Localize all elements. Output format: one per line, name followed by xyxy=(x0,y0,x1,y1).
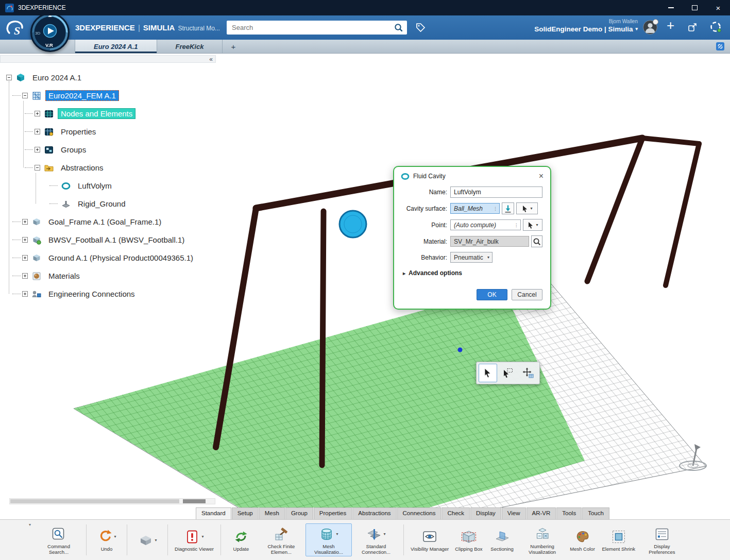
part-icon xyxy=(31,217,42,227)
dassault-3ds-logo[interactable]: S xyxy=(3,18,29,38)
tree-item-euro2024-fem-a-1[interactable]: Euro2024_FEM A.1 xyxy=(0,87,223,105)
ribbon-tab-group[interactable]: Group xyxy=(285,507,313,519)
close-button[interactable]: × xyxy=(706,0,730,15)
tree-collapse-button[interactable]: « xyxy=(207,56,215,62)
minimize-button[interactable] xyxy=(659,0,683,15)
ribbon-tab-touch[interactable]: Touch xyxy=(582,507,609,519)
ribbon-tab-tools[interactable]: Tools xyxy=(556,507,582,519)
tree-horizontal-scrollbar[interactable] xyxy=(9,498,215,504)
share-icon[interactable] xyxy=(687,22,698,32)
ribbon-tab-standard[interactable]: Standard xyxy=(196,507,231,519)
scrollbar-thumb-dark[interactable] xyxy=(183,499,206,503)
tree-expand-toggle[interactable] xyxy=(22,273,28,279)
ribbon-tab-display[interactable]: Display xyxy=(470,507,501,519)
action-display-preferences[interactable]: Display Preferences xyxy=(639,523,685,557)
move-robot-button[interactable] xyxy=(519,364,537,382)
point-select-mode-button[interactable]: ▾ xyxy=(523,219,542,231)
name-input[interactable] xyxy=(450,186,542,198)
tree-expand-toggle[interactable] xyxy=(22,291,28,297)
tenant-switcher[interactable]: SolidEngineer Demo | Simulia ▾ xyxy=(534,25,638,34)
search-icon[interactable] xyxy=(394,23,403,32)
select-cursor-button[interactable] xyxy=(479,364,497,382)
action-element-shrink[interactable]: Element Shrink xyxy=(600,526,638,553)
action-visibility-manager[interactable]: Visibility Manager xyxy=(408,526,451,553)
maximize-button[interactable] xyxy=(683,0,706,15)
dialog-close-button[interactable]: × xyxy=(539,172,544,180)
football-ball[interactable] xyxy=(339,211,366,237)
tree-item-abstractions[interactable]: Abstractions xyxy=(0,159,223,177)
tree-expand-toggle[interactable] xyxy=(22,93,28,98)
tree-item-groups[interactable]: Groups xyxy=(0,141,223,159)
tree-item-materials[interactable]: Materials xyxy=(0,267,223,285)
help-icon[interactable] xyxy=(710,21,722,33)
ribbon-tab-mesh[interactable]: Mesh xyxy=(259,507,285,519)
cancel-button[interactable]: Cancel xyxy=(512,289,542,300)
scrollbar-thumb[interactable] xyxy=(10,499,179,503)
tree-expand-toggle[interactable] xyxy=(35,111,40,116)
ribbon-tab-setup[interactable]: Setup xyxy=(232,507,259,519)
ribbon-tab-properties[interactable]: Properties xyxy=(314,507,352,519)
context-menu-dots-icon[interactable]: ⋮ xyxy=(493,206,498,211)
3d-compass[interactable]: 3D V.R xyxy=(30,12,70,53)
tree-expand-toggle[interactable] xyxy=(35,129,40,134)
command-search-icon xyxy=(51,527,66,542)
tree-expand-toggle[interactable] xyxy=(35,165,40,171)
tree-expand-toggle[interactable] xyxy=(22,237,28,243)
search-input[interactable] xyxy=(227,24,394,31)
tree-expand-toggle[interactable] xyxy=(22,219,28,225)
tree-item-luftvolym[interactable]: LuftVolym xyxy=(0,177,223,195)
avatar[interactable] xyxy=(643,20,657,35)
context-menu-dots-icon[interactable]: ⋮ xyxy=(514,223,519,228)
cavity-surface-field[interactable]: Ball_Mesh ⋮ xyxy=(450,203,500,214)
assign-surface-button[interactable] xyxy=(502,202,514,214)
action-update[interactable]: Update xyxy=(225,526,257,553)
tree-connector-line xyxy=(12,95,21,96)
action-model-shape[interactable]: ▾ xyxy=(131,530,163,550)
tree-expand-toggle[interactable] xyxy=(35,147,40,152)
action-mesh-color[interactable]: Mesh Color xyxy=(567,526,599,553)
action-check-finite-elemen[interactable]: Check Finite Elemen... xyxy=(258,523,304,557)
action-command-search[interactable]: Command Search... xyxy=(36,523,82,557)
ribbon-tab-check[interactable]: Check xyxy=(442,507,470,519)
action-mesh-visualizatio[interactable]: ▾Mesh Visualizatio... xyxy=(305,523,352,557)
tree-item-ground-a-1-physical-product00049365-1[interactable]: Ground A.1 (Physical Product00049365.1) xyxy=(0,249,223,267)
ribbon-tab-view[interactable]: View xyxy=(502,507,526,519)
restore-viewport-icon[interactable] xyxy=(716,42,724,50)
tree-item-goal-frame-a-1-goal-frame-1[interactable]: Goal_Frame A.1 (Goal_Frame.1) xyxy=(0,213,223,231)
action-undo[interactable]: ▾Undo xyxy=(91,526,123,553)
action-standard-connection[interactable]: ▾Standard Connection... xyxy=(353,523,399,557)
tree-expand-toggle[interactable] xyxy=(22,255,28,261)
select-trap-button[interactable] xyxy=(499,364,517,382)
cavity-select-mode-button[interactable]: ▾ xyxy=(516,202,538,214)
tag-icon[interactable] xyxy=(415,22,426,33)
advanced-options-toggle[interactable]: ▸ Advanced options xyxy=(403,269,542,277)
behavior-select[interactable]: Pneumatic ▾ xyxy=(450,252,493,263)
action-bar-options-chevron[interactable]: ▾ xyxy=(29,522,31,527)
tree-expand-toggle[interactable] xyxy=(6,75,12,80)
document-tab-euro-2024-a-1[interactable]: Euro 2024 A.1 xyxy=(75,40,157,53)
ribbon-tab-connections[interactable]: Connections xyxy=(397,507,442,519)
tree-item-euro-2024-a-1[interactable]: Euro 2024 A.1 xyxy=(0,69,223,87)
tree-item-engineering-connections[interactable]: Engineering Connections xyxy=(0,285,223,303)
material-field[interactable]: SV_Mr_Air_bulk xyxy=(450,236,529,247)
action-sectioning[interactable]: Sectioning xyxy=(486,526,518,553)
tree-item-nodes-and-elements[interactable]: Nodes and Elements xyxy=(0,105,223,123)
properties-icon xyxy=(44,127,54,137)
ribbon-tab-ar-vr[interactable]: AR-VR xyxy=(527,507,556,519)
action-label: Undo xyxy=(101,546,113,552)
material-search-button[interactable] xyxy=(531,235,542,247)
tree-item-bwsv-football-a-1-bwsv-football-1[interactable]: BWSV_Football A.1 (BWSV_Football.1) xyxy=(0,231,223,249)
action-numbering-visualization[interactable]: Numbering Visualization xyxy=(519,523,566,557)
action-diagnostic-viewer[interactable]: ▾Diagnostic Viewer xyxy=(172,526,216,553)
add-content-button[interactable]: + xyxy=(667,19,674,32)
point-field[interactable]: (Auto compute) ⋮ xyxy=(450,219,521,230)
document-tab-freekick[interactable]: FreeKick xyxy=(157,40,223,53)
dialog-header[interactable]: Fluid Cavity × xyxy=(394,167,550,184)
new-tab-button[interactable]: + xyxy=(222,40,244,53)
action-clipping-box[interactable]: Clipping Box xyxy=(452,526,485,553)
visibility-manager-icon xyxy=(422,529,437,545)
ok-button[interactable]: OK xyxy=(477,289,507,300)
tree-item-rigid-ground[interactable]: Rigid_Ground xyxy=(0,195,223,213)
tree-item-properties[interactable]: Properties xyxy=(0,123,223,141)
ribbon-tab-abstractions[interactable]: Abstractions xyxy=(352,507,396,519)
